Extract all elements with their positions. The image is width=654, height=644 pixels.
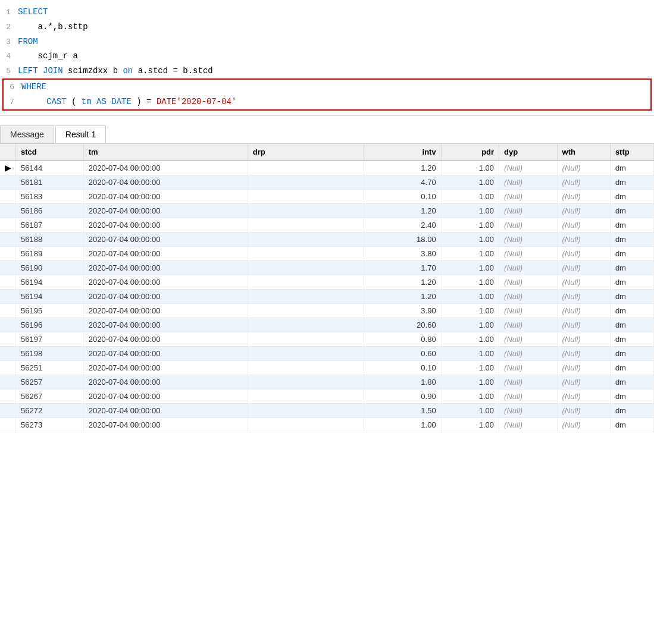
cell-stcd: 56197 (16, 332, 84, 346)
row-indicator (0, 189, 16, 203)
col-dyp: dyp (499, 144, 557, 161)
cell-wth: (Null) (557, 161, 610, 175)
cell-stcd: 56195 (16, 303, 84, 318)
line-content-2: a.*,b.sttp (18, 20, 654, 33)
line-content-1: SELECT (18, 5, 654, 18)
keyword-on: on (123, 66, 133, 76)
cell-dyp: (Null) (499, 275, 557, 289)
cell-wth: (Null) (557, 232, 610, 246)
cell-intv: 0.60 (364, 346, 441, 360)
cell-stcd: 56273 (16, 417, 84, 432)
row-indicator (0, 218, 16, 232)
cell-intv: 1.20 (364, 289, 441, 303)
row-indicator (0, 346, 16, 360)
col-indicator (0, 144, 16, 161)
cell-dyp: (Null) (499, 417, 557, 432)
sql-line-2: 2 a.*,b.sttp (0, 20, 654, 34)
table-row: 561942020-07-04 00:00:001.201.00(Null)(N… (0, 275, 654, 289)
cell-pdr: 1.00 (441, 417, 499, 432)
cell-tm: 2020-07-04 00:00:00 (83, 189, 248, 203)
cell-sttp: dm (610, 275, 653, 289)
cell-wth: (Null) (557, 275, 610, 289)
cell-drp (248, 417, 364, 432)
cell-pdr: 1.00 (441, 332, 499, 346)
cell-drp (248, 318, 364, 332)
line-number-2: 2 (0, 21, 18, 34)
line-content-5: LEFT JOIN scimzdxx b on a.stcd = b.stcd (18, 64, 654, 77)
row-indicator (0, 318, 16, 332)
cell-pdr: 1.00 (441, 403, 499, 417)
cell-dyp: (Null) (499, 161, 557, 175)
cell-sttp: dm (610, 332, 653, 346)
table-row: 561982020-07-04 00:00:000.601.00(Null)(N… (0, 346, 654, 360)
sql-text: ( (71, 97, 82, 106)
sql-text: a.stcd = b.stcd (138, 66, 213, 76)
table-row: 561962020-07-04 00:00:0020.601.00(Null)(… (0, 318, 654, 332)
cell-sttp: dm (610, 161, 653, 175)
cell-pdr: 1.00 (441, 260, 499, 275)
cell-dyp: (Null) (499, 246, 557, 260)
line-content-3: FROM (18, 35, 654, 48)
cell-tm: 2020-07-04 00:00:00 (83, 332, 248, 346)
col-stcd: stcd (16, 144, 84, 161)
row-indicator (0, 289, 16, 303)
cell-drp (248, 360, 364, 375)
cell-dyp: (Null) (499, 203, 557, 218)
cell-dyp: (Null) (499, 232, 557, 246)
table-row: 562722020-07-04 00:00:001.501.00(Null)(N… (0, 403, 654, 417)
cell-sttp: dm (610, 303, 653, 318)
cell-tm: 2020-07-04 00:00:00 (83, 389, 248, 403)
cell-dyp: (Null) (499, 289, 557, 303)
cell-dyp: (Null) (499, 389, 557, 403)
table-row: 561952020-07-04 00:00:003.901.00(Null)(N… (0, 303, 654, 318)
cell-wth: (Null) (557, 389, 610, 403)
cell-pdr: 1.00 (441, 360, 499, 375)
cell-tm: 2020-07-04 00:00:00 (83, 318, 248, 332)
cell-sttp: dm (610, 189, 653, 203)
cell-stcd: 56187 (16, 218, 84, 232)
cell-dyp: (Null) (499, 175, 557, 189)
cell-sttp: dm (610, 260, 653, 275)
col-drp: drp (248, 144, 364, 161)
cell-drp (248, 332, 364, 346)
cell-pdr: 1.00 (441, 189, 499, 203)
cell-intv: 2.40 (364, 218, 441, 232)
cell-tm: 2020-07-04 00:00:00 (83, 203, 248, 218)
line-number-4: 4 (0, 51, 18, 63)
cell-stcd: 56190 (16, 260, 84, 275)
col-wth: wth (557, 144, 610, 161)
sql-line-4: 4 scjm_r a (0, 49, 654, 64)
cell-stcd: 56183 (16, 189, 84, 203)
row-indicator (0, 360, 16, 375)
tab-message[interactable]: Message (0, 125, 54, 143)
cell-dyp: (Null) (499, 375, 557, 389)
cell-intv: 18.00 (364, 232, 441, 246)
line-number-1: 1 (0, 7, 18, 19)
cell-drp (248, 175, 364, 189)
cell-intv: 1.50 (364, 403, 441, 417)
cell-wth: (Null) (557, 346, 610, 360)
cell-pdr: 1.00 (441, 246, 499, 260)
cell-intv: 1.00 (364, 417, 441, 432)
table-row: 561832020-07-04 00:00:000.101.00(Null)(N… (0, 189, 654, 203)
table-row: 561892020-07-04 00:00:003.801.00(Null)(N… (0, 246, 654, 260)
row-indicator (0, 175, 16, 189)
cell-tm: 2020-07-04 00:00:00 (83, 289, 248, 303)
table-header-row: stcd tm drp intv pdr dyp wth sttp (0, 144, 654, 161)
cell-tm: 2020-07-04 00:00:00 (83, 232, 248, 246)
highlighted-where-block: 6 WHERE 7 CAST ( tm AS DATE ) = DATE'202… (2, 78, 652, 111)
row-indicator (0, 375, 16, 389)
cell-drp (248, 232, 364, 246)
cell-pdr: 1.00 (441, 218, 499, 232)
cell-intv: 3.90 (364, 303, 441, 318)
cell-wth: (Null) (557, 417, 610, 432)
sql-text: scimzdxx b (68, 66, 123, 76)
keyword-cast: CAST (46, 97, 67, 106)
sql-line-1: 1 SELECT (0, 5, 654, 20)
row-indicator (0, 417, 16, 432)
cell-pdr: 1.00 (441, 275, 499, 289)
tab-result1[interactable]: Result 1 (55, 125, 106, 143)
result-table: stcd tm drp intv pdr dyp wth sttp ▶56144… (0, 144, 654, 432)
keyword-where: WHERE (21, 82, 46, 92)
cell-tm: 2020-07-04 00:00:00 (83, 303, 248, 318)
